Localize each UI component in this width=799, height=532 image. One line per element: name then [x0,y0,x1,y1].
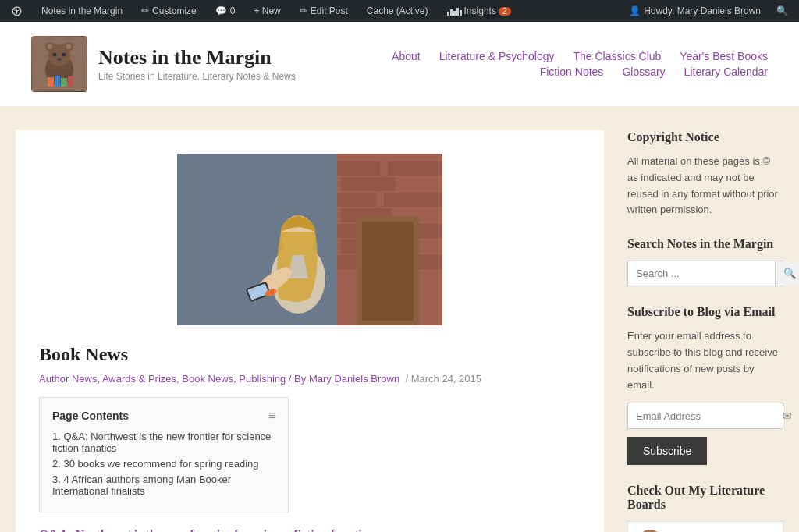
customize-link[interactable]: ✏ Customize [137,0,201,22]
new-post-link[interactable]: + New [249,0,285,22]
new-label: + New [254,5,280,16]
toc-item-1[interactable]: Q&A: Northwest is the new frontier for s… [52,431,275,454]
nav-about[interactable]: About [392,50,421,62]
nav-calendar[interactable]: Literary Calendar [684,66,768,78]
svg-rect-13 [68,76,73,87]
article-meta: Author News, Awards & Prizes, Book News,… [39,373,581,385]
nav-lit-psych[interactable]: Literature & Psychology [439,50,555,62]
insights-badge: 2 [499,7,511,16]
toc-header: Page Contents ≡ [52,409,275,423]
main-container: Book News Author News, Awards & Prizes, … [0,107,799,532]
comments-icon: 💬 [215,5,227,16]
comments-link[interactable]: 💬 0 [211,0,240,22]
search-form: 🔍 [627,261,783,286]
article-date: / March 24, 2015 [403,373,481,385]
toc-item-3[interactable]: 4 African authors among Man Booker Inter… [52,473,275,497]
search-admin-icon[interactable]: 🔍 [772,0,793,22]
svg-point-7 [53,53,57,57]
cache-label: Cache (Active) [367,5,428,16]
site-name-label: Notes in the Margin [41,5,123,16]
admin-bar-right: 👤 Howdy, Mary Daniels Brown 🔍 [624,0,793,22]
article-hero-svg [177,154,442,325]
site-title-wrap: Notes in the Margin Life Stories in Lite… [98,46,296,82]
admin-bar: ⊛ Notes in the Margin ✏ Customize 💬 0 + … [0,0,799,22]
toc-item-2[interactable]: 30 books we recommend for spring reading [52,458,275,470]
svg-rect-12 [61,78,67,87]
article-title: Book News [39,344,581,365]
boards-user-card[interactable]: M Mary Brown [627,521,783,532]
howdy-label: Howdy, Mary Daniels Brown [644,5,761,16]
search-button[interactable]: 🔍 [775,261,799,286]
copyright-title: Copyright Notice [627,130,783,144]
site-title[interactable]: Notes in the Margin [98,46,296,69]
edit-post-link[interactable]: ✏ Edit Post [295,0,353,22]
user-account-link[interactable]: 👤 Howdy, Mary Daniels Brown [624,0,765,22]
customize-icon: ✏ [141,5,149,16]
svg-rect-16 [333,161,380,176]
table-of-contents: Page Contents ≡ Q&A: Northwest is the ne… [39,397,289,512]
logo-image [32,37,87,91]
user-avatar-icon: 👤 [629,5,641,16]
cache-link[interactable]: Cache (Active) [362,0,433,22]
nav-glossary[interactable]: Glossary [622,66,665,78]
email-icon: ✉ [775,403,799,428]
site-header: Notes in the Margin Life Stories in Lite… [0,22,799,107]
insights-label: Insights [464,5,496,16]
hero-image [177,154,442,325]
site-logo[interactable] [31,36,87,92]
copyright-text: All material on these pages is © as indi… [627,154,783,218]
nav-classics[interactable]: The Classics Club [574,50,662,62]
sidebar: Copyright Notice All material on these p… [627,130,783,532]
comments-count: 0 [230,5,236,16]
svg-point-9 [57,58,62,61]
site-tagline: Life Stories in Literature. Literary Not… [98,71,296,82]
insights-link[interactable]: Insights 2 [442,0,516,22]
subscribe-text: Enter your email address to subscribe to… [627,328,783,393]
nav-row-2: Fiction Notes Glossary Literary Calendar [540,66,768,78]
search-input[interactable] [628,261,775,286]
svg-rect-20 [384,193,442,207]
subscribe-button[interactable]: Subscribe [627,437,707,465]
insights-chart-icon [447,6,462,16]
edit-post-label: Edit Post [311,5,348,16]
meta-separator: / [289,373,294,385]
article-categories[interactable]: Author News, Awards & Prizes, Book News,… [39,373,286,385]
email-field[interactable] [628,403,775,428]
nav-row-1: About Literature & Psychology The Classi… [392,50,768,62]
edit-icon: ✏ [300,5,307,16]
customize-label: Customize [152,5,197,16]
article-main-link[interactable]: Q&A: Northwest is the new frontier for s… [39,528,581,532]
subscribe-title: Subscribe to Blog via Email [627,305,783,319]
site-nav: About Literature & Psychology The Classi… [392,50,768,78]
site-branding: Notes in the Margin Life Stories in Lite… [31,36,296,92]
boards-title: Check Out My Literature Boards [627,484,783,512]
article-author[interactable]: By Mary Daniels Brown [294,373,400,385]
search-title: Search Notes in the Margin [627,237,783,251]
nav-fiction[interactable]: Fiction Notes [540,66,604,78]
content-area: Book News Author News, Awards & Prizes, … [16,130,604,532]
subscribe-widget: Subscribe to Blog via Email Enter your e… [627,305,783,465]
svg-point-8 [62,53,66,57]
copyright-widget: Copyright Notice All material on these p… [627,130,783,218]
toc-list: Q&A: Northwest is the new frontier for s… [52,431,275,497]
svg-point-5 [48,44,52,49]
toc-title: Page Contents [52,410,129,422]
svg-rect-11 [55,76,60,87]
nav-best-books[interactable]: Year's Best Books [680,50,768,62]
svg-point-6 [66,44,71,49]
site-name-link[interactable]: Notes in the Margin [37,0,127,22]
email-input-wrap: ✉ [627,403,783,429]
svg-rect-19 [333,193,376,207]
svg-rect-28 [362,222,414,321]
article-wrap: Book News Author News, Awards & Prizes, … [16,130,604,532]
literature-boards-widget: Check Out My Literature Boards M Mary Br… [627,484,783,532]
toc-toggle-button[interactable]: ≡ [268,409,275,423]
search-widget: Search Notes in the Margin 🔍 [627,237,783,286]
wp-logo[interactable]: ⊛ [6,0,27,22]
svg-rect-17 [388,161,442,176]
wp-icon: ⊛ [11,2,23,20]
svg-rect-18 [341,177,396,191]
svg-rect-10 [48,77,54,87]
